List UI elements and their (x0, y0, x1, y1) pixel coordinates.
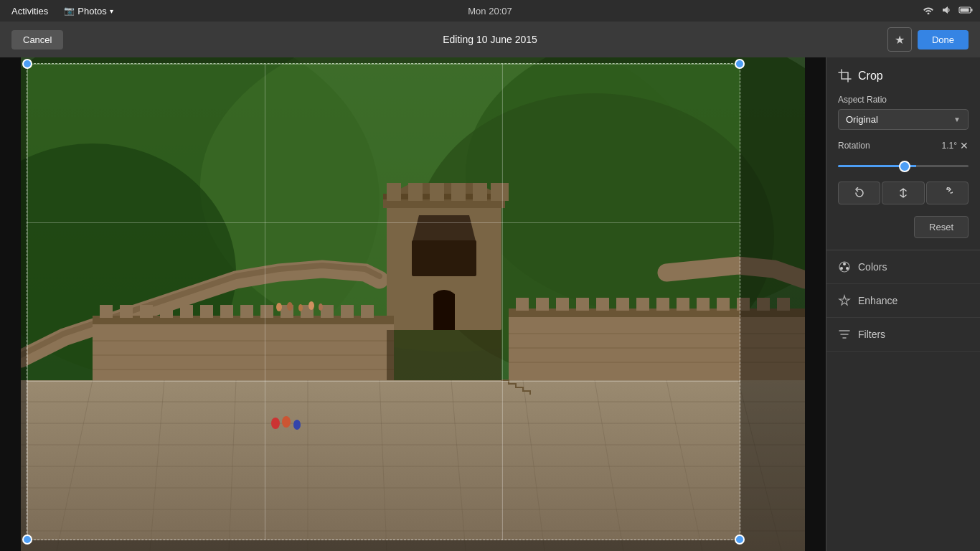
sidebar-item-filters[interactable]: Filters (826, 318, 980, 352)
crop-section-title: Crop (858, 70, 883, 83)
photos-menu-button[interactable]: 📷 Photos ▾ (60, 4, 117, 18)
svg-rect-13 (387, 183, 401, 201)
reset-container: Reset (838, 216, 969, 238)
wifi-icon (923, 5, 934, 17)
flip-vertical-icon (897, 187, 909, 199)
svg-point-75 (276, 303, 282, 311)
photo-container (21, 57, 805, 551)
svg-rect-1 (961, 9, 969, 12)
svg-rect-22 (120, 305, 133, 318)
flip-vertical-button[interactable] (882, 182, 924, 204)
svg-rect-15 (430, 183, 444, 201)
photos-arrow-icon: ▾ (110, 7, 113, 15)
photo-editing-area[interactable] (0, 57, 826, 551)
rotation-label: Rotation (838, 141, 870, 151)
svg-rect-27 (220, 305, 233, 318)
svg-rect-14 (408, 183, 423, 201)
svg-rect-16 (451, 183, 466, 201)
svg-rect-51 (737, 298, 750, 311)
reset-button[interactable]: Reset (914, 216, 969, 238)
activities-button[interactable]: Activities (7, 4, 52, 18)
photos-label: Photos (77, 6, 106, 17)
cancel-button[interactable]: Cancel (11, 30, 63, 50)
rotate-left-button[interactable] (838, 182, 880, 204)
svg-rect-53 (777, 298, 790, 311)
svg-point-85 (843, 263, 846, 265)
aspect-ratio-dropdown[interactable]: Original ▼ (838, 109, 969, 130)
enhance-icon (838, 294, 851, 307)
svg-rect-21 (100, 305, 113, 318)
sound-icon (941, 5, 951, 17)
crop-tool-icon (838, 69, 852, 83)
svg-rect-45 (616, 298, 629, 311)
svg-rect-41 (536, 298, 549, 311)
svg-point-76 (287, 302, 293, 311)
svg-rect-52 (757, 298, 770, 311)
top-bar-right (923, 5, 973, 17)
main-content: Crop Aspect Ratio Original ▼ Rotation 1.… (0, 57, 980, 551)
battery-icon (958, 5, 973, 17)
svg-rect-46 (636, 298, 649, 311)
svg-rect-49 (697, 298, 710, 311)
sidebar-item-enhance[interactable]: Enhance (826, 284, 980, 318)
rotation-slider-container (838, 157, 969, 170)
svg-rect-40 (516, 298, 529, 311)
rotation-value-container: 1.1° ✕ (942, 140, 969, 151)
right-panel: Crop Aspect Ratio Original ▼ Rotation 1.… (826, 57, 980, 551)
svg-rect-19 (93, 323, 394, 380)
toolbar-right: ★ Done (887, 27, 969, 52)
svg-point-81 (282, 416, 291, 428)
svg-rect-57 (21, 380, 805, 551)
svg-rect-17 (473, 183, 487, 201)
colors-icon (838, 260, 851, 273)
svg-rect-11 (412, 240, 476, 276)
rotation-slider[interactable] (838, 165, 969, 167)
svg-point-87 (840, 267, 843, 270)
filters-label: Filters (858, 329, 885, 340)
rotate-right-button[interactable] (926, 182, 969, 204)
crop-section-header: Crop (838, 69, 969, 83)
favorite-button[interactable]: ★ (887, 27, 912, 52)
filters-icon (838, 328, 851, 341)
svg-rect-34 (361, 305, 374, 318)
camera-icon: 📷 (64, 6, 75, 16)
rotation-buttons-group (838, 182, 969, 204)
top-bar-time: Mon 20:07 (468, 6, 512, 17)
rotation-clear-button[interactable]: ✕ (960, 140, 969, 151)
top-bar: Activities 📷 Photos ▾ Mon 20:07 (0, 0, 980, 22)
sidebar-item-colors[interactable]: Colors (826, 250, 980, 284)
crop-panel-section: Crop Aspect Ratio Original ▼ Rotation 1.… (826, 57, 980, 250)
svg-rect-2 (971, 9, 973, 11)
svg-rect-24 (160, 305, 173, 318)
svg-point-82 (293, 420, 301, 430)
svg-point-77 (298, 304, 303, 311)
rotation-value-text: 1.1° (942, 141, 957, 151)
svg-rect-26 (200, 305, 213, 318)
top-bar-left: Activities 📷 Photos ▾ (7, 4, 118, 18)
done-button[interactable]: Done (918, 30, 969, 50)
aspect-ratio-label: Aspect Ratio (838, 95, 969, 105)
svg-rect-44 (596, 298, 609, 311)
svg-rect-28 (240, 305, 253, 318)
svg-rect-25 (180, 305, 193, 318)
editing-title: Editing 10 June 2015 (443, 34, 537, 45)
svg-rect-47 (656, 298, 669, 311)
rotate-left-icon (854, 187, 865, 199)
photo-image (21, 57, 805, 551)
svg-rect-50 (717, 298, 730, 311)
svg-rect-33 (341, 305, 354, 318)
svg-point-86 (846, 267, 849, 270)
svg-rect-18 (491, 183, 509, 201)
svg-rect-48 (677, 298, 689, 311)
dropdown-arrow-icon: ▼ (953, 116, 961, 123)
svg-rect-83 (387, 330, 501, 380)
colors-label: Colors (858, 261, 887, 273)
svg-point-79 (319, 303, 323, 311)
enhance-label: Enhance (858, 295, 897, 306)
svg-point-78 (308, 301, 314, 310)
svg-rect-29 (260, 305, 273, 318)
svg-rect-42 (556, 298, 569, 311)
rotate-right-icon (941, 187, 953, 199)
svg-rect-23 (140, 305, 153, 318)
svg-rect-43 (576, 298, 589, 311)
